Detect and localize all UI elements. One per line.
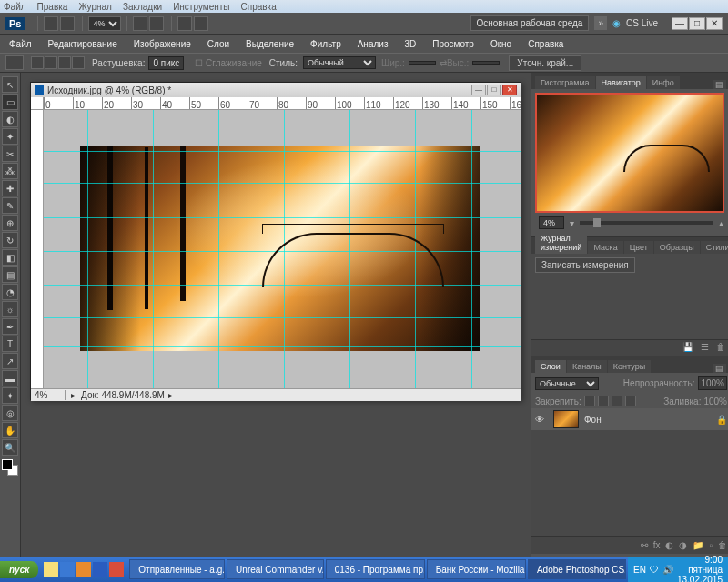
menu-filter[interactable]: Фильтр bbox=[307, 37, 345, 51]
layer-name[interactable]: Фон bbox=[584, 415, 602, 425]
taskbar-item[interactable]: Отправленные - a.g... bbox=[129, 559, 225, 579]
tab-layers[interactable]: Слои bbox=[535, 360, 566, 373]
doc-close-button[interactable]: ✕ bbox=[502, 85, 517, 95]
visibility-icon[interactable]: 👁 bbox=[535, 415, 548, 425]
trash-icon[interactable]: 🗑 bbox=[718, 540, 727, 550]
blur-tool[interactable]: ◔ bbox=[2, 284, 18, 300]
marquee-tool[interactable]: ▭ bbox=[2, 94, 18, 110]
zoom-value[interactable]: 4% bbox=[35, 390, 66, 400]
menu-edit[interactable]: Редактирование bbox=[45, 37, 121, 51]
lock-all-icon[interactable] bbox=[625, 396, 636, 406]
marquee-sub-icon[interactable] bbox=[58, 56, 71, 69]
workspace-switcher[interactable]: Основная рабочая среда bbox=[470, 15, 590, 31]
log-select-icon[interactable]: ☰ bbox=[701, 342, 709, 354]
tray-icon[interactable]: 🛡 bbox=[650, 565, 659, 575]
minimize-button[interactable]: — bbox=[672, 17, 688, 30]
move-tool[interactable]: ↖ bbox=[2, 76, 18, 93]
tab-histogram[interactable]: Гистограмма bbox=[535, 76, 595, 89]
mask-icon[interactable]: ◐ bbox=[665, 540, 673, 550]
lock-paint-icon[interactable] bbox=[598, 396, 609, 406]
clock[interactable]: 9:00 пятница 13.02.2015 bbox=[677, 555, 723, 583]
tb-m1[interactable]: Правка bbox=[37, 2, 68, 12]
menu-help[interactable]: Справка bbox=[524, 37, 567, 51]
tab-color[interactable]: Цвет bbox=[624, 241, 653, 254]
taskbar-item[interactable]: Банк России - Mozilla... bbox=[427, 559, 526, 579]
ql-app-icon[interactable] bbox=[109, 562, 124, 577]
feather-input[interactable]: 0 пикс bbox=[148, 56, 184, 70]
tab-swatches[interactable]: Образцы bbox=[654, 241, 700, 254]
dodge-tool[interactable]: ☼ bbox=[2, 301, 18, 317]
close-button[interactable]: ✕ bbox=[706, 17, 723, 30]
taskbar-item[interactable]: Unreal Commander v... bbox=[227, 559, 324, 579]
layer-row[interactable]: 👁 Фон 🔒 bbox=[531, 408, 728, 430]
zoom-select[interactable]: 4% bbox=[88, 16, 121, 31]
eyedropper-tool[interactable]: ⁂ bbox=[2, 163, 18, 179]
zoom-in-icon[interactable]: ▴ bbox=[719, 218, 723, 228]
tab-info[interactable]: Инфо bbox=[647, 76, 680, 89]
link-icon[interactable]: ⚯ bbox=[641, 540, 648, 550]
wand-tool[interactable]: ✦ bbox=[2, 128, 18, 145]
taskbar-item[interactable]: 0136 - Программа пр... bbox=[326, 559, 425, 579]
log-delete-icon[interactable]: 🗑 bbox=[716, 342, 725, 354]
tab-paths[interactable]: Контуры bbox=[608, 360, 651, 373]
path-tool[interactable]: ↗ bbox=[2, 353, 18, 369]
crop-tool[interactable]: ✂ bbox=[2, 146, 18, 162]
tool-preset-icon[interactable] bbox=[5, 55, 24, 70]
new-layer-icon[interactable]: ▫ bbox=[709, 540, 713, 550]
nav-zoom-input[interactable]: 4% bbox=[539, 216, 564, 229]
hand-icon[interactable] bbox=[133, 16, 147, 31]
history-brush-tool[interactable]: ↻ bbox=[2, 232, 18, 248]
record-measure-button[interactable]: Записать измерения bbox=[535, 257, 635, 273]
ql-firefox-icon[interactable] bbox=[76, 562, 91, 577]
3d-tool[interactable]: ✦ bbox=[2, 387, 18, 404]
fx-icon[interactable]: fx bbox=[653, 540, 661, 550]
maximize-button[interactable]: □ bbox=[689, 17, 705, 30]
blend-mode-select[interactable]: Обычные bbox=[535, 377, 599, 390]
type-tool[interactable]: T bbox=[2, 336, 18, 352]
hand-tool[interactable]: ✋ bbox=[2, 422, 18, 438]
lock-pos-icon[interactable] bbox=[612, 396, 622, 406]
panel-menu-icon[interactable]: ▤ bbox=[713, 80, 726, 89]
zoom-out-icon[interactable]: ▾ bbox=[570, 218, 574, 228]
gradient-tool[interactable]: ▤ bbox=[2, 266, 18, 283]
ruler-horizontal[interactable]: 0102030405060708090100110120130140150160 bbox=[44, 97, 521, 110]
menu-window[interactable]: Окно bbox=[487, 37, 515, 51]
menu-analysis[interactable]: Анализ bbox=[354, 37, 392, 51]
log-save-icon[interactable]: 💾 bbox=[682, 342, 693, 354]
lasso-tool[interactable]: ◐ bbox=[2, 111, 18, 127]
lang-indicator[interactable]: EN bbox=[633, 565, 646, 575]
panel-menu-icon[interactable]: ▤ bbox=[713, 364, 726, 373]
screen-mode-icon[interactable] bbox=[194, 16, 208, 31]
ql-ie-icon[interactable] bbox=[60, 562, 75, 577]
style-select[interactable]: Обычный bbox=[303, 56, 376, 69]
ql-notepad-icon[interactable] bbox=[44, 562, 58, 577]
navigator-preview[interactable] bbox=[535, 93, 724, 213]
tray-icon[interactable]: 🔊 bbox=[662, 565, 673, 575]
document-titlebar[interactable]: Исходник.jpg @ 4% (RGB/8) * — □ ✕ bbox=[31, 83, 521, 97]
zoom-tool[interactable]: 🔍 bbox=[2, 439, 18, 456]
marquee-new-icon[interactable] bbox=[31, 56, 44, 69]
tb-m4[interactable]: Инструменты bbox=[173, 2, 229, 12]
heal-tool[interactable]: ✚ bbox=[2, 180, 18, 196]
canvas[interactable] bbox=[44, 110, 521, 388]
bridge-icon[interactable] bbox=[44, 16, 58, 31]
3d-cam-tool[interactable]: ◎ bbox=[2, 405, 18, 421]
fill-input[interactable]: 100% bbox=[703, 396, 727, 406]
marquee-add-icon[interactable] bbox=[45, 56, 57, 69]
tb-m0[interactable]: Файл bbox=[4, 2, 26, 12]
group-icon[interactable]: 📁 bbox=[693, 540, 703, 550]
ruler-vertical[interactable] bbox=[31, 110, 44, 388]
doc-minimize-button[interactable]: — bbox=[471, 85, 486, 95]
taskbar-item[interactable]: Adobe Photoshop CS... bbox=[528, 559, 626, 579]
menu-view[interactable]: Просмотр bbox=[429, 37, 478, 51]
doc-maximize-button[interactable]: □ bbox=[487, 85, 501, 95]
menu-file[interactable]: Файл bbox=[5, 37, 35, 51]
tab-navigator[interactable]: Навигатор bbox=[596, 76, 646, 89]
brush-tool[interactable]: ✎ bbox=[2, 197, 18, 214]
pen-tool[interactable]: ✒ bbox=[2, 318, 18, 335]
stamp-tool[interactable]: ⊕ bbox=[2, 215, 18, 231]
tab-measure-log[interactable]: Журнал измерений bbox=[535, 232, 587, 254]
adjust-icon[interactable]: ◑ bbox=[679, 540, 687, 550]
arrange-icon[interactable] bbox=[177, 16, 192, 31]
marquee-int-icon[interactable] bbox=[72, 56, 85, 69]
